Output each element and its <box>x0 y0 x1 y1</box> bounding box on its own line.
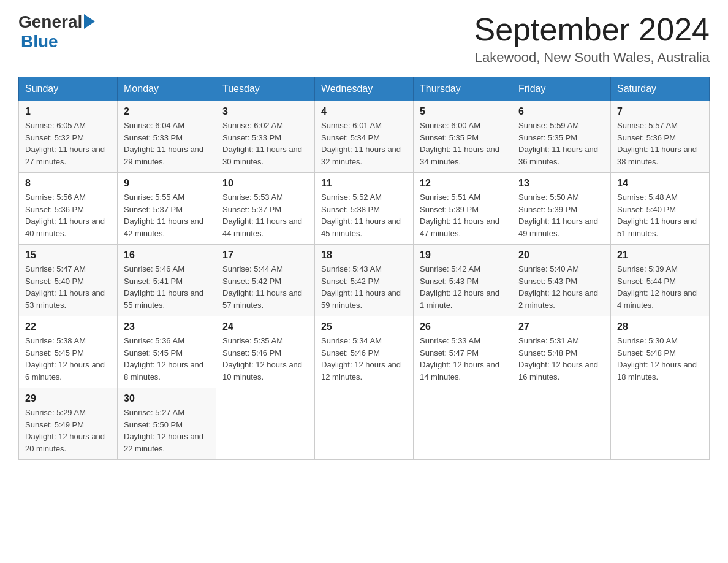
day-number: 5 <box>420 106 506 117</box>
day-number: 9 <box>124 178 210 189</box>
calendar-cell: 26 Sunrise: 5:33 AMSunset: 5:47 PMDaylig… <box>414 316 512 388</box>
day-number: 6 <box>518 106 604 117</box>
day-number: 27 <box>518 321 604 332</box>
day-number: 21 <box>617 250 703 261</box>
day-info: Sunrise: 5:27 AMSunset: 5:50 PMDaylight:… <box>124 408 203 453</box>
calendar-cell: 7 Sunrise: 5:57 AMSunset: 5:36 PMDayligh… <box>611 101 710 173</box>
calendar-cell: 10 Sunrise: 5:53 AMSunset: 5:37 PMDaylig… <box>216 173 315 245</box>
day-number: 13 <box>518 178 604 189</box>
day-number: 30 <box>124 393 210 404</box>
header-saturday: Saturday <box>611 77 710 101</box>
day-info: Sunrise: 5:42 AMSunset: 5:43 PMDaylight:… <box>420 264 499 310</box>
header-sunday: Sunday <box>19 77 118 101</box>
calendar-cell: 8 Sunrise: 5:56 AMSunset: 5:36 PMDayligh… <box>19 173 118 245</box>
calendar-cell: 11 Sunrise: 5:52 AMSunset: 5:38 PMDaylig… <box>315 173 414 245</box>
day-info: Sunrise: 6:04 AMSunset: 5:33 PMDaylight:… <box>124 121 203 166</box>
calendar-table: SundayMondayTuesdayWednesdayThursdayFrid… <box>18 77 710 460</box>
calendar-cell: 5 Sunrise: 6:00 AMSunset: 5:35 PMDayligh… <box>414 101 512 173</box>
logo-arrow-icon <box>84 14 95 29</box>
day-number: 22 <box>25 321 111 332</box>
day-info: Sunrise: 5:43 AMSunset: 5:42 PMDaylight:… <box>321 264 401 310</box>
calendar-cell: 1 Sunrise: 6:05 AMSunset: 5:32 PMDayligh… <box>19 101 118 173</box>
day-info: Sunrise: 5:40 AMSunset: 5:43 PMDaylight:… <box>518 264 598 310</box>
day-info: Sunrise: 5:36 AMSunset: 5:45 PMDaylight:… <box>124 336 203 381</box>
day-info: Sunrise: 5:34 AMSunset: 5:46 PMDaylight:… <box>321 336 401 381</box>
day-info: Sunrise: 5:29 AMSunset: 5:49 PMDaylight:… <box>25 408 105 453</box>
day-number: 3 <box>222 106 308 117</box>
calendar-cell: 23 Sunrise: 5:36 AMSunset: 5:45 PMDaylig… <box>118 316 216 388</box>
calendar-cell <box>512 388 611 460</box>
header-thursday: Thursday <box>414 77 512 101</box>
calendar-cell: 12 Sunrise: 5:51 AMSunset: 5:39 PMDaylig… <box>414 173 512 245</box>
week-row-3: 15 Sunrise: 5:47 AMSunset: 5:40 PMDaylig… <box>19 245 710 316</box>
logo-general-text: General <box>18 12 82 32</box>
day-info: Sunrise: 5:31 AMSunset: 5:48 PMDaylight:… <box>518 336 598 381</box>
calendar-cell: 25 Sunrise: 5:34 AMSunset: 5:46 PMDaylig… <box>315 316 414 388</box>
day-number: 23 <box>124 321 210 332</box>
calendar-cell: 4 Sunrise: 6:01 AMSunset: 5:34 PMDayligh… <box>315 101 414 173</box>
calendar-cell: 17 Sunrise: 5:44 AMSunset: 5:42 PMDaylig… <box>216 245 315 316</box>
calendar-cell: 20 Sunrise: 5:40 AMSunset: 5:43 PMDaylig… <box>512 245 611 316</box>
header-monday: Monday <box>118 77 216 101</box>
calendar-cell: 28 Sunrise: 5:30 AMSunset: 5:48 PMDaylig… <box>611 316 710 388</box>
day-number: 7 <box>617 106 703 117</box>
day-info: Sunrise: 5:39 AMSunset: 5:44 PMDaylight:… <box>617 264 697 310</box>
logo-blue-text: Blue <box>21 32 58 52</box>
day-number: 1 <box>25 106 111 117</box>
calendar-cell: 30 Sunrise: 5:27 AMSunset: 5:50 PMDaylig… <box>118 388 216 460</box>
calendar-cell: 18 Sunrise: 5:43 AMSunset: 5:42 PMDaylig… <box>315 245 414 316</box>
page-header: General Blue September 2024 Lakewood, Ne… <box>18 12 710 66</box>
header-tuesday: Tuesday <box>216 77 315 101</box>
day-number: 8 <box>25 178 111 189</box>
calendar-cell: 14 Sunrise: 5:48 AMSunset: 5:40 PMDaylig… <box>611 173 710 245</box>
day-number: 26 <box>420 321 506 332</box>
day-info: Sunrise: 5:52 AMSunset: 5:38 PMDaylight:… <box>321 193 401 238</box>
calendar-header-row: SundayMondayTuesdayWednesdayThursdayFrid… <box>19 77 710 101</box>
day-info: Sunrise: 5:55 AMSunset: 5:37 PMDaylight:… <box>124 193 203 238</box>
calendar-cell: 9 Sunrise: 5:55 AMSunset: 5:37 PMDayligh… <box>118 173 216 245</box>
day-info: Sunrise: 5:50 AMSunset: 5:39 PMDaylight:… <box>518 193 598 238</box>
day-info: Sunrise: 5:47 AMSunset: 5:40 PMDaylight:… <box>25 264 105 310</box>
day-number: 4 <box>321 106 407 117</box>
day-info: Sunrise: 5:35 AMSunset: 5:46 PMDaylight:… <box>222 336 302 381</box>
page-title: September 2024 <box>474 12 710 47</box>
calendar-cell: 6 Sunrise: 5:59 AMSunset: 5:35 PMDayligh… <box>512 101 611 173</box>
day-info: Sunrise: 5:59 AMSunset: 5:35 PMDaylight:… <box>518 121 598 166</box>
day-info: Sunrise: 6:05 AMSunset: 5:32 PMDaylight:… <box>25 121 105 166</box>
day-info: Sunrise: 6:02 AMSunset: 5:33 PMDaylight:… <box>222 121 302 166</box>
calendar-cell: 15 Sunrise: 5:47 AMSunset: 5:40 PMDaylig… <box>19 245 118 316</box>
day-number: 17 <box>222 250 308 261</box>
day-info: Sunrise: 5:46 AMSunset: 5:41 PMDaylight:… <box>124 264 203 310</box>
calendar-cell <box>611 388 710 460</box>
day-number: 15 <box>25 250 111 261</box>
day-info: Sunrise: 5:33 AMSunset: 5:47 PMDaylight:… <box>420 336 499 381</box>
day-number: 20 <box>518 250 604 261</box>
day-info: Sunrise: 5:53 AMSunset: 5:37 PMDaylight:… <box>222 193 302 238</box>
calendar-cell: 22 Sunrise: 5:38 AMSunset: 5:45 PMDaylig… <box>19 316 118 388</box>
calendar-cell: 13 Sunrise: 5:50 AMSunset: 5:39 PMDaylig… <box>512 173 611 245</box>
day-number: 12 <box>420 178 506 189</box>
day-info: Sunrise: 5:44 AMSunset: 5:42 PMDaylight:… <box>222 264 302 310</box>
day-number: 16 <box>124 250 210 261</box>
calendar-cell <box>414 388 512 460</box>
header-wednesday: Wednesday <box>315 77 414 101</box>
calendar-cell: 2 Sunrise: 6:04 AMSunset: 5:33 PMDayligh… <box>118 101 216 173</box>
logo: General Blue <box>18 12 95 52</box>
day-number: 28 <box>617 321 703 332</box>
day-number: 29 <box>25 393 111 404</box>
calendar-cell: 29 Sunrise: 5:29 AMSunset: 5:49 PMDaylig… <box>19 388 118 460</box>
calendar-cell: 21 Sunrise: 5:39 AMSunset: 5:44 PMDaylig… <box>611 245 710 316</box>
day-number: 18 <box>321 250 407 261</box>
location-subtitle: Lakewood, New South Wales, Australia <box>474 50 710 66</box>
calendar-cell <box>315 388 414 460</box>
day-number: 24 <box>222 321 308 332</box>
day-number: 25 <box>321 321 407 332</box>
day-info: Sunrise: 5:56 AMSunset: 5:36 PMDaylight:… <box>25 193 105 238</box>
day-info: Sunrise: 5:51 AMSunset: 5:39 PMDaylight:… <box>420 193 499 238</box>
day-info: Sunrise: 5:30 AMSunset: 5:48 PMDaylight:… <box>617 336 697 381</box>
day-number: 19 <box>420 250 506 261</box>
day-number: 2 <box>124 106 210 117</box>
day-info: Sunrise: 6:00 AMSunset: 5:35 PMDaylight:… <box>420 121 499 166</box>
week-row-1: 1 Sunrise: 6:05 AMSunset: 5:32 PMDayligh… <box>19 101 710 173</box>
week-row-5: 29 Sunrise: 5:29 AMSunset: 5:49 PMDaylig… <box>19 388 710 460</box>
